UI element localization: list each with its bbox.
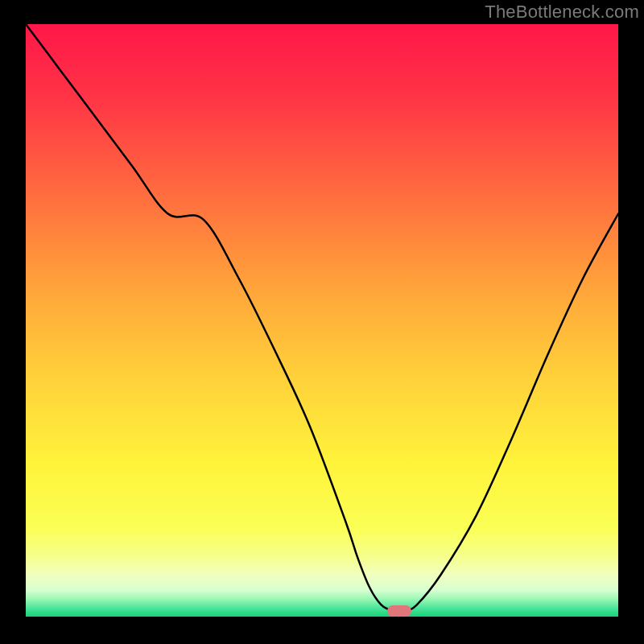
optimal-point-marker — [387, 605, 411, 617]
chart-root: TheBottleneck.com — [0, 0, 644, 644]
plot-area — [26, 24, 618, 617]
watermark-text: TheBottleneck.com — [485, 2, 639, 23]
bottleneck-curve — [26, 24, 618, 617]
